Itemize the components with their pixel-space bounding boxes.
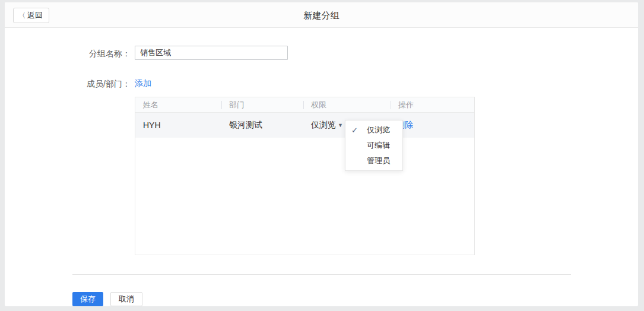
add-member-link[interactable]: 添加 [135, 78, 151, 89]
dropdown-option-label: 仅浏览 [367, 125, 390, 135]
save-button[interactable]: 保存 [72, 292, 103, 306]
new-group-page: 新建分组 〈 返回 分组名称： 成员/部门： 添加 姓名 部门 权限 操作 HY… [0, 0, 644, 311]
check-icon: ✓ [351, 126, 362, 135]
dropdown-option-label: 可编辑 [367, 140, 390, 151]
cancel-button[interactable]: 取消 [110, 292, 142, 306]
dropdown-option-label: 管理员 [367, 156, 390, 166]
column-header-department: 部门 [221, 97, 303, 112]
dropdown-option-view-only[interactable]: ✓ 仅浏览 [345, 122, 402, 138]
footer-divider [72, 274, 571, 275]
member-department-cell: 银河测试 [221, 120, 303, 131]
table-header: 姓名 部门 权限 操作 [135, 97, 474, 113]
permission-value: 仅浏览 [311, 120, 336, 131]
dropdown-option-editable[interactable]: 可编辑 [345, 138, 402, 153]
page-title: 新建分组 [5, 2, 638, 28]
permission-dropdown-menu: ✓ 仅浏览 可编辑 管理员 [345, 120, 403, 171]
table-row: HYH 银河测试 仅浏览 ▼ 删除 [135, 113, 474, 138]
dropdown-option-admin[interactable]: 管理员 [345, 153, 402, 169]
back-button-label: 返回 [27, 8, 43, 23]
member-action-cell: 删除 [391, 120, 474, 131]
column-header-name: 姓名 [135, 97, 221, 112]
column-header-action: 操作 [391, 97, 474, 112]
member-name-cell: HYH [135, 120, 221, 130]
members-table: 姓名 部门 权限 操作 HYH 银河测试 仅浏览 ▼ 删除 [135, 97, 475, 255]
group-name-input[interactable] [135, 46, 288, 60]
permission-dropdown-trigger[interactable]: 仅浏览 ▼ [311, 120, 343, 131]
group-name-label: 分组名称： [47, 49, 131, 59]
top-bar: 新建分组 〈 返回 [5, 2, 638, 28]
back-button[interactable]: 〈 返回 [13, 8, 49, 23]
chevron-down-icon: ▼ [338, 122, 343, 128]
chevron-left-icon: 〈 [18, 8, 26, 23]
column-header-permission: 权限 [303, 97, 391, 112]
members-label: 成员/部门： [47, 79, 131, 90]
